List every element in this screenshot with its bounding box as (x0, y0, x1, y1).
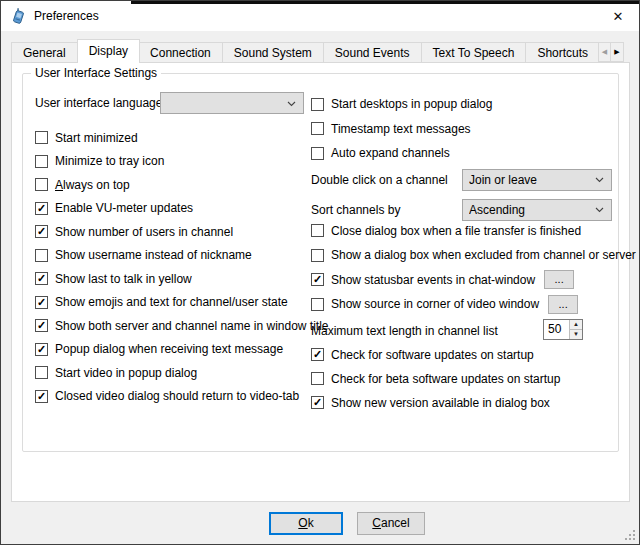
right-column: Start desktops in popup dialog Timestamp… (311, 92, 613, 415)
checkbox-label: Start desktops in popup dialog (331, 97, 492, 111)
checkbox[interactable] (311, 224, 324, 237)
checkbox-label: Check for software updates on startup (331, 348, 534, 362)
user-interface-settings-group: User Interface Settings User interface l… (22, 73, 619, 452)
checkbox-row-emojis: ✓ Show emojis and text for channel/user … (35, 291, 307, 315)
video-source-browse-button[interactable]: ... (548, 295, 578, 314)
checkbox[interactable] (35, 155, 48, 168)
language-label: User interface language (35, 96, 162, 110)
max-text-length-spinner[interactable]: 50 ▲ ▼ (543, 319, 583, 340)
checkbox-row-video-popup: Start video in popup dialog (35, 361, 307, 385)
checkbox-row-last-to-talk: ✓ Show last to talk in yellow (35, 267, 307, 291)
close-icon: ✕ (613, 9, 624, 24)
checkbox-row-check-beta-updates: Check for beta software updates on start… (311, 367, 613, 391)
sort-channels-row: Sort channels by Ascending (311, 196, 613, 226)
max-text-length-row: Maximum text length in channel list 50 ▲… (311, 317, 613, 343)
tab-scrollers: ◀ ▶ (598, 42, 624, 62)
checkbox-label: Close dialog box when a file transfer is… (331, 224, 581, 238)
close-button[interactable]: ✕ (597, 1, 639, 31)
checkbox-row-username-instead-nickname: Show username instead of nickname (35, 244, 307, 268)
ok-button[interactable]: Ok (269, 512, 343, 535)
checkbox[interactable] (311, 122, 324, 135)
checkbox[interactable] (35, 178, 48, 191)
footer: Ok Cancel (1, 502, 639, 544)
checkbox-label: Minimize to tray icon (55, 154, 164, 168)
statusbar-events-browse-button[interactable]: ... (544, 270, 574, 289)
checkbox-label: Show both server and channel name in win… (55, 319, 329, 333)
tab-bar: General Display Connection Sound System … (11, 39, 624, 63)
spin-up-button[interactable]: ▲ (570, 320, 582, 329)
checkbox-label: Popup dialog when receiving text message (55, 342, 283, 356)
tab-sound-system[interactable]: Sound System (223, 42, 324, 63)
checkbox-label: Show number of users in channel (55, 225, 233, 239)
checkbox[interactable]: ✓ (311, 348, 324, 361)
chevron-down-icon (286, 98, 297, 109)
checkbox-label: Enable VU-meter updates (55, 201, 193, 215)
tab-connection[interactable]: Connection (139, 42, 223, 63)
checkbox-row-vu-meter: ✓ Enable VU-meter updates (35, 197, 307, 221)
checkbox-label: Start minimized (55, 131, 138, 145)
checkbox-row-number-of-users: ✓ Show number of users in channel (35, 220, 307, 244)
checkbox[interactable]: ✓ (311, 396, 324, 409)
language-combobox[interactable] (160, 92, 304, 114)
tab-scroll-left-button[interactable]: ◀ (598, 42, 611, 62)
tab-text-to-speech[interactable]: Text To Speech (422, 42, 527, 63)
chevron-down-icon (594, 204, 605, 215)
checkbox[interactable]: ✓ (35, 296, 48, 309)
checkbox[interactable] (35, 131, 48, 144)
titlebar[interactable]: Preferences ✕ (1, 1, 639, 31)
checkbox[interactable]: ✓ (35, 343, 48, 356)
checkbox[interactable] (35, 249, 48, 262)
checkbox-label: Show a dialog box when excluded from cha… (331, 248, 636, 262)
checkbox[interactable]: ✓ (35, 319, 48, 332)
spinner-value: 50 (544, 320, 569, 339)
checkbox-label: Closed video dialog should return to vid… (55, 389, 299, 403)
double-click-value: Join or leave (469, 173, 594, 187)
tab-general[interactable]: General (11, 42, 78, 63)
tab-shortcuts[interactable]: Shortcuts (526, 42, 600, 63)
spin-down-icon: ▼ (573, 331, 579, 337)
checkbox-label: Show source in corner of video window (331, 297, 539, 311)
checkbox-label: Show username instead of nickname (55, 248, 252, 262)
checkbox-row-statusbar-events: ✓ Show statusbar events in chat-window .… (311, 268, 613, 293)
double-click-row: Double click on a channel Join or leave (311, 166, 613, 196)
checkbox[interactable]: ✓ (35, 390, 48, 403)
arrow-left-icon: ◀ (602, 48, 607, 56)
resize-grip[interactable] (625, 530, 636, 541)
cancel-button[interactable]: Cancel (357, 512, 425, 535)
checkbox-label: Check for beta software updates on start… (331, 372, 560, 386)
checkbox-label: Show statusbar events in chat-window (331, 273, 535, 287)
checkbox[interactable]: ✓ (35, 202, 48, 215)
preferences-dialog: Preferences ✕ General Display Connection… (0, 0, 640, 545)
checkbox[interactable] (311, 372, 324, 385)
tab-display[interactable]: Display (77, 39, 140, 63)
checkbox-row-video-source-corner: Show source in corner of video window ..… (311, 292, 613, 317)
checkbox[interactable]: ✓ (311, 273, 324, 286)
checkbox[interactable] (311, 298, 324, 311)
arrow-right-icon: ▶ (614, 48, 619, 56)
checkbox[interactable]: ✓ (35, 225, 48, 238)
window-title: Preferences (34, 9, 99, 23)
checkbox-row-popup-text-message: ✓ Popup dialog when receiving text messa… (35, 338, 307, 362)
group-title: User Interface Settings (31, 66, 161, 80)
sort-channels-label: Sort channels by (311, 196, 400, 221)
checkbox[interactable] (311, 147, 324, 160)
background-window-edge (131, 1, 639, 4)
checkbox-row-always-on-top: Always on top (35, 173, 307, 197)
checkbox-row-server-channel-title: ✓ Show both server and channel name in w… (35, 314, 307, 338)
right-mid-checkboxes: Close dialog box when a file transfer is… (311, 219, 613, 317)
checkbox-row-desktops-popup: Start desktops in popup dialog (311, 92, 613, 117)
checkbox-label: Show emojis and text for channel/user st… (55, 295, 288, 309)
right-bottom-checkboxes: ✓ Check for software updates on startup … (311, 343, 613, 415)
tab-sound-events[interactable]: Sound Events (324, 42, 422, 63)
checkbox[interactable]: ✓ (35, 272, 48, 285)
sort-channels-combobox[interactable]: Ascending (462, 199, 612, 221)
checkbox[interactable] (311, 249, 324, 262)
checkbox-label: Show new version available in dialog box (331, 396, 550, 410)
double-click-combobox[interactable]: Join or leave (462, 169, 612, 191)
checkbox[interactable] (311, 98, 324, 111)
checkbox-row-timestamp: Timestamp text messages (311, 117, 613, 142)
checkbox-label: Auto expand channels (331, 146, 450, 160)
tab-scroll-right-button[interactable]: ▶ (611, 42, 624, 62)
checkbox[interactable] (35, 366, 48, 379)
spin-down-button[interactable]: ▼ (570, 329, 582, 339)
